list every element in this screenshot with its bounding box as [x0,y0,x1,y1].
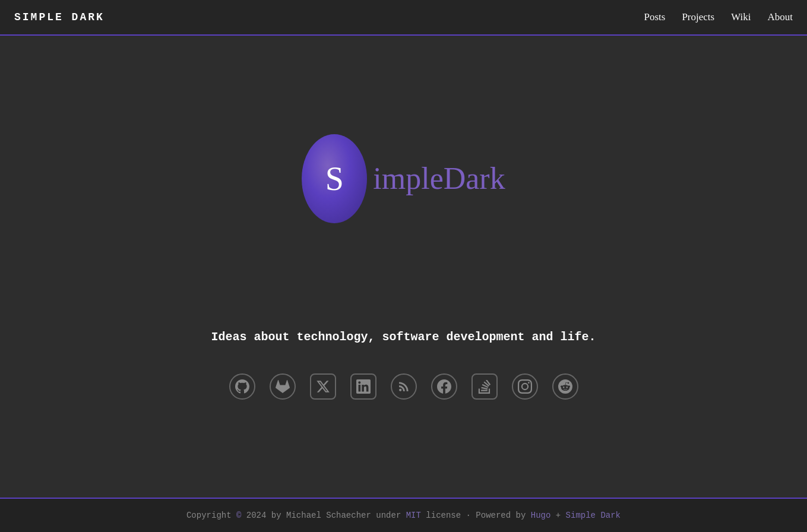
footer-license-link[interactable]: MIT [406,511,421,520]
footer-author: Michael Schaecher [286,511,371,520]
social-instagram[interactable] [512,373,538,400]
social-gitlab[interactable] [270,373,296,400]
social-icons-container [229,373,578,400]
main-content: S impleDark Ideas about technology, soft… [0,36,807,498]
footer-plus: + [556,511,561,520]
site-header: SIMPLE DARK Posts Projects Wiki About [0,0,807,36]
logo-oval: S [302,134,367,223]
footer-year: 2024 [246,511,267,520]
main-nav: Posts Projects Wiki About [644,11,793,23]
social-facebook[interactable] [431,373,457,400]
logo-letter: S [325,160,344,198]
social-stackoverflow[interactable] [471,373,498,400]
social-twitter[interactable] [310,373,336,400]
social-github[interactable] [229,373,255,400]
nav-projects[interactable]: Projects [682,11,714,23]
footer-theme-link[interactable]: Simple Dark [566,511,621,520]
nav-wiki[interactable]: Wiki [731,11,751,23]
footer-license-suffix: license · Powered by [426,511,526,520]
hero-tagline: Ideas about technology, software develop… [211,330,596,344]
logo-container: S impleDark [302,134,505,223]
site-title[interactable]: SIMPLE DARK [14,11,105,23]
logo-text: impleDark [373,161,505,196]
social-reddit[interactable] [552,373,578,400]
footer-hugo-link[interactable]: Hugo [531,511,551,520]
site-footer: Copyright © 2024 by Michael Schaecher un… [0,498,807,532]
footer-author-prefix: by [271,511,281,520]
social-linkedin[interactable] [350,373,376,400]
copyright-symbol: © [236,511,241,520]
nav-posts[interactable]: Posts [644,11,665,23]
social-rss[interactable] [391,373,417,400]
footer-license-prefix: under [376,511,401,520]
nav-about[interactable]: About [768,11,793,23]
copyright-word: Copyright [186,511,232,520]
footer-text: Copyright © 2024 by Michael Schaecher un… [12,511,795,520]
